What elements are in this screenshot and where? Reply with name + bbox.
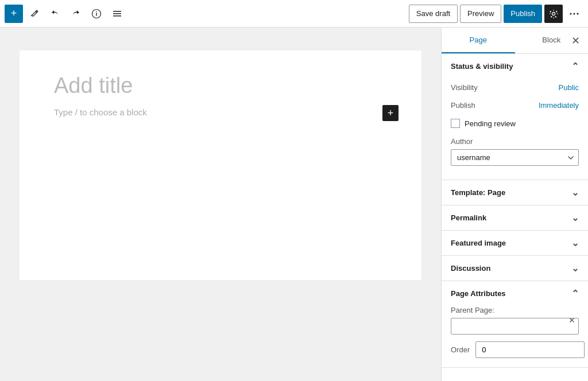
page-attributes-body: Parent Page: ✕ Order — [442, 306, 588, 367]
order-input[interactable] — [475, 341, 585, 358]
parent-page-input[interactable] — [451, 318, 579, 335]
svg-point-7 — [570, 13, 572, 14]
page-title-input[interactable]: Add title — [54, 73, 387, 98]
list-view-button[interactable] — [108, 5, 126, 23]
discussion-header[interactable]: Discussion ⌄ — [442, 256, 588, 281]
sidebar-close-button[interactable]: ✕ — [567, 33, 583, 49]
redo-icon — [71, 9, 81, 19]
body-placeholder: Type / to choose a block — [54, 107, 147, 117]
discussion-title: Discussion — [451, 264, 490, 273]
more-options-button[interactable] — [565, 5, 583, 23]
main-layout: Add title Type / to choose a block + Pag… — [0, 28, 588, 381]
info-icon — [91, 9, 102, 19]
section-discussion: Discussion ⌄ — [442, 256, 588, 281]
publish-value[interactable]: Immediately — [539, 101, 579, 110]
parent-page-label: Parent Page: — [451, 306, 579, 314]
visibility-label: Visibility — [451, 83, 478, 92]
parent-page-clear-button[interactable]: ✕ — [568, 316, 575, 325]
editor-content: Add title Type / to choose a block + — [20, 50, 421, 280]
add-block-toolbar-button[interactable]: + — [5, 5, 23, 23]
status-visibility-title: Status & visibility — [451, 62, 513, 71]
list-view-icon — [112, 9, 122, 19]
status-visibility-body: Visibility Public Publish Immediately Pe… — [442, 79, 588, 180]
tab-page[interactable]: Page — [442, 28, 515, 53]
author-select[interactable]: username — [451, 149, 579, 166]
toolbar: + — [0, 0, 588, 28]
editor-area: Add title Type / to choose a block + — [0, 28, 441, 381]
page-attributes-title: Page Attributes — [451, 289, 506, 298]
svg-rect-5 — [113, 15, 121, 17]
svg-point-8 — [574, 13, 575, 14]
sidebar: Page Block ✕ Status & visibility ⌃ Visib… — [441, 28, 588, 381]
section-featured-image: Featured image ⌄ — [442, 231, 588, 256]
add-block-inline-button[interactable]: + — [382, 105, 399, 121]
tools-button[interactable] — [25, 5, 44, 23]
author-label: Author — [451, 137, 579, 146]
svg-point-2 — [96, 11, 97, 12]
section-permalink: Permalink ⌄ — [442, 205, 588, 231]
parent-page-wrap: Parent Page: ✕ — [451, 306, 579, 335]
order-row: Order — [451, 341, 579, 358]
pending-review-checkbox[interactable] — [451, 119, 460, 128]
editor-body[interactable]: Type / to choose a block + — [54, 107, 387, 117]
status-visibility-chevron: ⌃ — [571, 61, 579, 72]
template-header[interactable]: Template: Page ⌄ — [442, 180, 588, 205]
svg-point-6 — [552, 12, 555, 15]
ellipsis-icon — [569, 9, 579, 19]
toolbar-left: + — [5, 5, 409, 23]
order-label: Order — [451, 345, 470, 354]
featured-image-header[interactable]: Featured image ⌄ — [442, 231, 588, 255]
author-row: Author username — [451, 133, 579, 170]
status-visibility-header[interactable]: Status & visibility ⌃ — [442, 54, 588, 79]
pending-review-label: Pending review — [465, 119, 516, 128]
save-draft-button[interactable]: Save draft — [409, 5, 458, 23]
visibility-row: Visibility Public — [451, 79, 579, 96]
section-template: Template: Page ⌄ — [442, 180, 588, 205]
svg-rect-4 — [113, 13, 121, 14]
permalink-chevron: ⌄ — [571, 212, 579, 223]
page-attributes-header[interactable]: Page Attributes ⌃ — [442, 281, 588, 306]
svg-point-9 — [577, 13, 579, 14]
template-chevron: ⌄ — [571, 187, 579, 198]
section-status-visibility: Status & visibility ⌃ Visibility Public … — [442, 54, 588, 180]
publish-label: Publish — [451, 101, 475, 110]
preview-button[interactable]: Preview — [460, 5, 501, 23]
svg-rect-1 — [96, 13, 96, 15]
undo-button[interactable] — [46, 5, 64, 23]
sidebar-tabs: Page Block ✕ — [442, 28, 588, 54]
page-attributes-chevron: ⌃ — [571, 288, 579, 299]
section-page-attributes: Page Attributes ⌃ Parent Page: ✕ Order — [442, 281, 588, 368]
featured-image-title: Featured image — [451, 239, 506, 247]
publish-button[interactable]: Publish — [504, 5, 542, 23]
pencil-icon — [29, 8, 40, 20]
info-button[interactable] — [87, 5, 106, 23]
gear-icon — [548, 9, 559, 19]
template-title: Template: Page — [451, 188, 505, 197]
permalink-header[interactable]: Permalink ⌄ — [442, 205, 588, 230]
undo-icon — [50, 9, 60, 19]
visibility-value[interactable]: Public — [559, 83, 579, 92]
redo-button[interactable] — [67, 5, 85, 23]
svg-rect-3 — [113, 11, 121, 12]
toolbar-right: Save draft Preview Publish — [409, 5, 583, 23]
pending-review-row: Pending review — [451, 114, 579, 133]
discussion-chevron: ⌄ — [571, 263, 579, 274]
permalink-title: Permalink — [451, 213, 486, 222]
publish-row: Publish Immediately — [451, 96, 579, 114]
featured-image-chevron: ⌄ — [571, 238, 579, 248]
settings-button[interactable] — [544, 5, 563, 23]
